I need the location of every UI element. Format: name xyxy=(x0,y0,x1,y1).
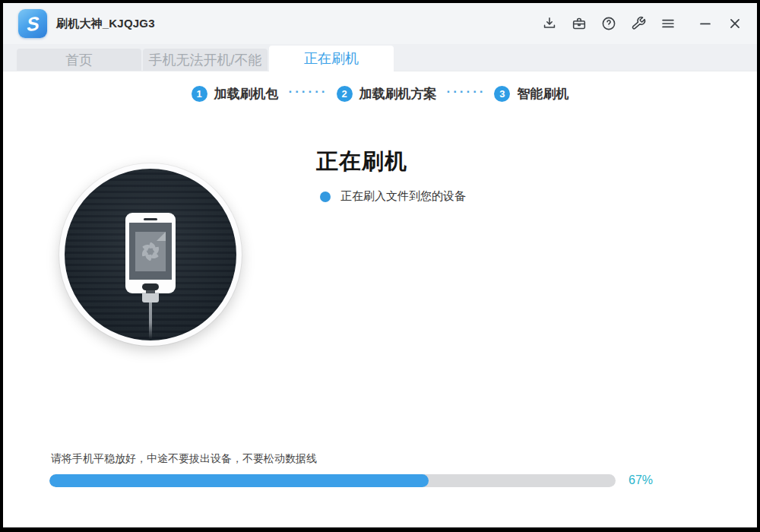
tab-flashing[interactable]: 正在刷机 xyxy=(269,46,394,71)
close-icon[interactable] xyxy=(725,14,745,33)
status-row: 正在刷入文件到您的设备 xyxy=(320,189,466,204)
window-title: 刷机大神_KJQJG3 xyxy=(56,17,155,31)
phone-speaker xyxy=(144,218,157,220)
tab-phone-cannot-boot[interactable]: 手机无法开机/不能 xyxy=(143,49,268,71)
usb-cable-plug xyxy=(142,293,159,302)
app-logo-letter: S xyxy=(26,13,39,33)
rom-file-icon xyxy=(135,232,166,271)
step-2: 2 加载刷机方案 xyxy=(337,85,437,103)
main-content: 1 加载刷机包 ······ 2 加载刷机方案 ······ 3 智能刷机 xyxy=(3,71,757,527)
step-separator-dots: ······ xyxy=(289,84,328,100)
step-1-number: 1 xyxy=(192,86,207,102)
device-circle-graphic xyxy=(59,163,242,346)
tab-bar: 首页 手机无法开机/不能 正在刷机 xyxy=(3,44,757,71)
step-1: 1 加载刷机包 xyxy=(192,85,279,103)
progress-fill xyxy=(49,474,429,487)
status-panel: 正在刷机 正在刷入文件到您的设备 xyxy=(316,147,466,204)
help-icon[interactable] xyxy=(599,14,619,33)
menu-icon[interactable] xyxy=(658,14,678,33)
device-illustration xyxy=(59,163,242,346)
progress-section: 请将手机平稳放好，中途不要拔出设备，不要松动数据线 67% xyxy=(49,452,727,487)
usb-cable-wire xyxy=(149,302,152,339)
step-2-label: 加载刷机方案 xyxy=(359,85,437,103)
app-logo: S xyxy=(18,9,47,38)
status-dot-icon xyxy=(320,192,331,202)
progress-percent-label: 67% xyxy=(629,473,653,487)
step-1-label: 加载刷机包 xyxy=(214,85,279,103)
progress-row: 67% xyxy=(49,473,727,487)
titlebar-icon-group xyxy=(540,14,745,33)
step-3: 3 智能刷机 xyxy=(494,85,568,103)
tab-home[interactable]: 首页 xyxy=(17,49,141,71)
swirl-logo-icon xyxy=(138,239,163,264)
step-3-label: 智能刷机 xyxy=(517,85,568,103)
step-3-number: 3 xyxy=(494,86,510,102)
window-titlebar: S 刷机大神_KJQJG3 xyxy=(3,3,757,44)
wrench-icon[interactable] xyxy=(629,14,648,33)
screen-frame: S 刷机大神_KJQJG3 xyxy=(0,0,760,532)
download-icon[interactable] xyxy=(540,14,559,33)
app-window: S 刷机大神_KJQJG3 xyxy=(3,3,757,527)
step-2-number: 2 xyxy=(337,86,353,102)
status-text: 正在刷入文件到您的设备 xyxy=(340,189,466,204)
phone-screen xyxy=(129,223,172,280)
phone-graphic xyxy=(125,213,176,293)
progress-bar xyxy=(49,474,616,487)
minimize-icon[interactable] xyxy=(695,14,715,33)
step-separator-dots: ······ xyxy=(447,84,486,100)
toolbox-icon[interactable] xyxy=(569,14,589,33)
phone-home-button xyxy=(142,283,159,290)
page-title: 正在刷机 xyxy=(316,147,466,177)
step-indicator: 1 加载刷机包 ······ 2 加载刷机方案 ······ 3 智能刷机 xyxy=(3,84,757,103)
warning-text: 请将手机平稳放好，中途不要拔出设备，不要松动数据线 xyxy=(51,452,727,466)
